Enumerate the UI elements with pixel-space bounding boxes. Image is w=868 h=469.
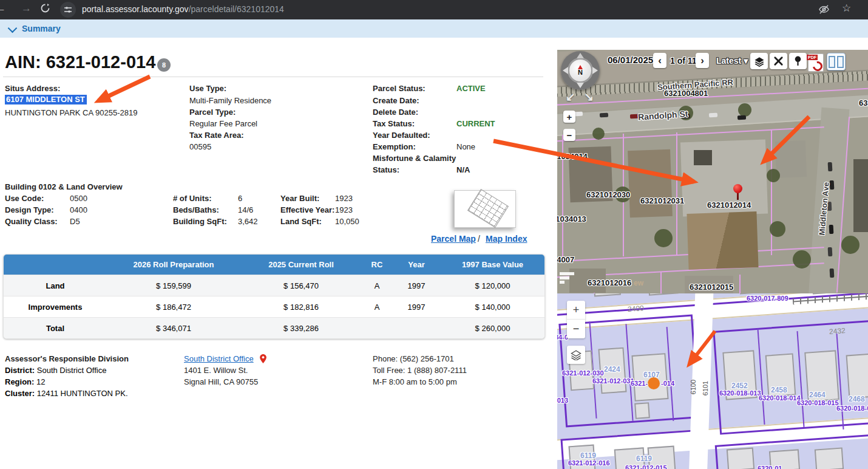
roof-vent bbox=[694, 150, 712, 165]
tax-rate-area-label: Tax Rate Area: bbox=[189, 131, 244, 140]
pushpin-button[interactable] bbox=[789, 53, 807, 69]
address-number-label: 2458 bbox=[771, 386, 787, 394]
parcel-map-thumbnail[interactable] bbox=[454, 190, 516, 228]
address-number-label: 2464 bbox=[809, 391, 826, 399]
table-row: Land $ 159,599 $ 156,470 A 1997 $ 120,00… bbox=[4, 275, 544, 296]
compass-south-arrow[interactable] bbox=[577, 83, 584, 88]
tools-icon bbox=[773, 56, 784, 66]
pdf-swirl-icon bbox=[811, 60, 824, 73]
col-year: Year bbox=[392, 260, 441, 269]
gis-zoom-in-button[interactable]: + bbox=[567, 301, 585, 320]
parcel-id-label: 6321-012-030 bbox=[562, 369, 604, 377]
oblique-view-icon[interactable] bbox=[560, 272, 574, 275]
oblique-view-icon[interactable] bbox=[560, 281, 565, 284]
delete-date-label: Delete Date: bbox=[373, 108, 418, 117]
parcel-id-label: 6320-018-014 bbox=[759, 394, 801, 402]
map-index-link[interactable]: Map Index bbox=[486, 234, 527, 244]
year-built-value: 1923 bbox=[335, 194, 353, 203]
compass-west-arrow[interactable] bbox=[563, 67, 568, 74]
quality-class-value: D5 bbox=[70, 217, 80, 226]
parcel-number-label: 6321012015 bbox=[690, 282, 733, 292]
cell: A bbox=[362, 303, 392, 312]
hidden-eye-icon[interactable] bbox=[818, 4, 830, 18]
gis-zoom-out-button[interactable]: − bbox=[567, 320, 585, 338]
url-bar[interactable]: portal.assessor.lacounty.gov/parceldetai… bbox=[82, 4, 284, 14]
pdf-export-button[interactable]: PDF bbox=[808, 53, 824, 72]
tax-status-value: CURRENT bbox=[456, 119, 495, 128]
tree bbox=[770, 221, 785, 237]
parcel-number-label: 6321004801 bbox=[664, 89, 708, 98]
use-code-value: 0500 bbox=[70, 194, 87, 203]
location-pin-icon[interactable] bbox=[260, 354, 266, 366]
summary-section-bar[interactable]: Summary bbox=[0, 19, 868, 38]
address-number-label: 2468 bbox=[849, 395, 865, 403]
cell: $ 159,599 bbox=[107, 281, 240, 290]
building-footprint bbox=[634, 402, 650, 419]
subject-parcel-label-prefix: 6321- bbox=[631, 380, 648, 387]
caret-down-icon: ▾ bbox=[744, 56, 748, 66]
situs-address-line1[interactable]: 6107 MIDDLETON ST bbox=[5, 95, 87, 104]
address-number-label: 6119 bbox=[636, 454, 652, 463]
split-view-button[interactable] bbox=[827, 53, 846, 70]
gis-parcel-map[interactable]: 6320-017-809 6321-012-030 6321-012-031 6… bbox=[557, 293, 868, 469]
next-image-button[interactable]: › bbox=[696, 53, 709, 68]
gis-layers-button[interactable] bbox=[567, 346, 585, 364]
effective-year-label: Effective Year: bbox=[280, 205, 334, 214]
situs-address-label: Situs Address: bbox=[5, 84, 60, 93]
compass-east-arrow[interactable] bbox=[592, 67, 598, 74]
forward-icon[interactable]: → bbox=[21, 2, 32, 15]
exemption-label: Exemption: bbox=[373, 142, 416, 151]
cell: $ 186,472 bbox=[107, 303, 240, 312]
summary-label: Summary bbox=[22, 24, 61, 33]
rotate-left-arrow-icon[interactable]: ↙ bbox=[566, 90, 575, 104]
parcel-status-label: Parcel Status: bbox=[373, 84, 426, 93]
tools-button[interactable] bbox=[770, 53, 787, 69]
building-roof bbox=[775, 140, 807, 178]
region-line: Region: 12 bbox=[5, 377, 45, 386]
row-label: Improvements bbox=[4, 303, 107, 312]
effective-year-value: 1923 bbox=[335, 205, 353, 214]
split-pane-bar bbox=[829, 56, 835, 68]
reload-icon[interactable] bbox=[40, 3, 50, 16]
compass-face: N bbox=[569, 60, 591, 81]
rotate-right-arrow-icon[interactable]: ↘ bbox=[584, 90, 594, 104]
compass-north-arrow[interactable] bbox=[577, 53, 584, 58]
parcel-number-label: 6321012030 bbox=[586, 190, 630, 199]
parcel-map-link[interactable]: Parcel Map bbox=[431, 234, 476, 244]
cell: $ 140,000 bbox=[441, 303, 544, 312]
exemption-value: None bbox=[456, 142, 475, 151]
image-page-indicator: 1 of 11 bbox=[670, 56, 697, 66]
building-sqft-label: Building SqFt: bbox=[173, 217, 227, 226]
zoom-out-button[interactable]: − bbox=[563, 129, 575, 141]
compass-control[interactable]: N bbox=[561, 51, 600, 90]
bookmark-star-icon[interactable]: ☆ bbox=[842, 2, 851, 15]
layers-button[interactable] bbox=[750, 53, 768, 69]
table-header-row: 2026 Roll Preparation 2025 Current Roll … bbox=[4, 255, 544, 275]
zoom-in-button[interactable]: + bbox=[563, 111, 575, 123]
region-label: Region: bbox=[5, 377, 34, 386]
links-separator: / bbox=[478, 234, 480, 244]
district-label: District: bbox=[5, 366, 35, 375]
oblique-view-icon[interactable] bbox=[560, 276, 569, 279]
toll-free-line: Toll Free: 1 (888) 807-2111 bbox=[373, 366, 467, 375]
address-number-label: 6119 bbox=[580, 451, 596, 460]
previous-image-button[interactable]: ‹ bbox=[653, 53, 666, 68]
cell: 1997 bbox=[392, 281, 441, 290]
back-icon[interactable]: ← bbox=[0, 2, 6, 15]
street-number-label-vertical: 6101 bbox=[702, 381, 709, 395]
col-2025-roll: 2025 Current Roll bbox=[240, 260, 362, 269]
photo-count-badge[interactable]: 8 bbox=[157, 58, 171, 72]
annotation-arrow-address bbox=[98, 77, 150, 101]
district-office-link[interactable]: South District Office bbox=[184, 354, 254, 363]
subject-parcel-label-suffix: -014 bbox=[661, 380, 674, 387]
parcel-id-label: 6321-012-016 bbox=[568, 459, 610, 467]
latest-dropdown[interactable]: Latest ▾ bbox=[716, 56, 748, 66]
use-code-label: Use Code: bbox=[5, 194, 44, 203]
tree bbox=[654, 229, 673, 247]
cluster-value: 12411 HUNTINGTON PK. bbox=[37, 389, 128, 398]
use-type-label: Use Type: bbox=[189, 84, 226, 93]
parcel-id-label-clipped: -013 bbox=[557, 397, 568, 404]
aerial-map[interactable]: Southern Pacific RR Randolph St Middleto… bbox=[557, 50, 868, 293]
site-info-icon[interactable] bbox=[60, 2, 76, 18]
map-pin-icon bbox=[733, 184, 742, 193]
